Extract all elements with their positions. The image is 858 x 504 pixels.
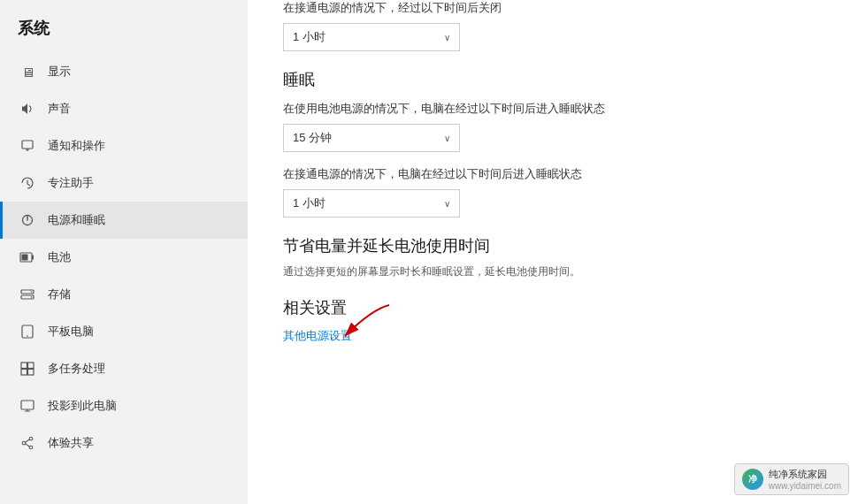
- tablet-icon: [18, 322, 37, 341]
- svg-rect-15: [21, 401, 34, 409]
- sleep-ac-select[interactable]: 1 小时 ∨: [283, 189, 460, 218]
- sidebar-item-power[interactable]: 电源和睡眠: [0, 202, 248, 239]
- sleep-battery-value: 15 分钟: [293, 130, 332, 146]
- save-battery-section: 节省电量并延长电池使用时间 通过选择更短的屏幕显示时长和睡眠设置，延长电池使用时…: [283, 235, 823, 279]
- sleep-ac-value: 1 小时: [293, 195, 326, 211]
- svg-point-7: [31, 291, 33, 293]
- svg-rect-0: [22, 141, 33, 149]
- watermark-line2: www.yidaimei.com: [769, 481, 841, 491]
- chevron-down-icon-2: ∨: [444, 134, 450, 143]
- sidebar-item-notifications[interactable]: 通知和操作: [0, 127, 248, 164]
- watermark-line1: 纯净系统家园: [769, 468, 841, 481]
- sleep-battery-label: 在使用电池电源的情况下，电脑在经过以下时间后进入睡眠状态: [283, 101, 823, 117]
- chevron-down-icon: ∨: [444, 33, 450, 42]
- sidebar-label-share: 体验共享: [48, 435, 94, 451]
- svg-point-16: [29, 437, 33, 440]
- sidebar-item-battery[interactable]: 电池: [0, 239, 248, 276]
- sidebar-label-multitask: 多任务处理: [48, 361, 105, 377]
- related-section: 相关设置 其他电源设置: [283, 297, 823, 344]
- svg-point-10: [27, 335, 28, 337]
- svg-point-17: [29, 446, 33, 449]
- sidebar-item-display[interactable]: 🖥 显示: [0, 53, 248, 90]
- sidebar-label-display: 显示: [48, 64, 71, 80]
- sidebar: 系统 🖥 显示 声音 通知和操作 专注助手: [0, 0, 248, 504]
- sidebar-label-power: 电源和睡眠: [48, 212, 105, 228]
- watermark: 净 纯净系统家园 www.yidaimei.com: [734, 463, 849, 495]
- display-icon: 🖥: [18, 62, 37, 81]
- sidebar-label-project: 投影到此电脑: [48, 398, 117, 414]
- sidebar-item-sound[interactable]: 声音: [0, 90, 248, 127]
- sidebar-label-storage: 存储: [48, 286, 71, 302]
- watermark-logo-text: 净: [748, 473, 757, 485]
- sidebar-item-multitask[interactable]: 多任务处理: [0, 350, 248, 387]
- share-icon: [18, 433, 37, 453]
- sound-icon: [18, 99, 37, 118]
- screen-off-ac-label: 在接通电源的情况下，经过以下时间后关闭: [283, 0, 823, 16]
- sidebar-label-focus: 专注助手: [48, 175, 94, 191]
- svg-rect-12: [28, 363, 34, 369]
- sidebar-item-share[interactable]: 体验共享: [0, 424, 248, 462]
- multitask-icon: [18, 359, 37, 378]
- screen-off-ac-section: 在接通电源的情况下，经过以下时间后关闭 1 小时 ∨: [283, 0, 823, 51]
- svg-point-8: [31, 296, 33, 298]
- screen-off-ac-select[interactable]: 1 小时 ∨: [283, 23, 460, 51]
- main-content: 在接通电源的情况下，经过以下时间后关闭 1 小时 ∨ 睡眠 在使用电池电源的情况…: [248, 0, 858, 504]
- focus-icon: [18, 173, 37, 193]
- sidebar-label-sound: 声音: [48, 101, 71, 117]
- project-icon: [18, 396, 37, 416]
- sidebar-item-project[interactable]: 投影到此电脑: [0, 387, 248, 424]
- svg-point-18: [22, 441, 26, 445]
- sleep-ac-label: 在接通电源的情况下，电脑在经过以下时间后进入睡眠状态: [283, 166, 823, 182]
- related-title: 相关设置: [283, 297, 823, 318]
- watermark-logo: 净: [742, 469, 763, 490]
- svg-rect-4: [22, 255, 28, 261]
- sidebar-item-tablet[interactable]: 平板电脑: [0, 313, 248, 350]
- other-power-settings-link[interactable]: 其他电源设置: [283, 329, 352, 342]
- battery-icon: [18, 248, 37, 267]
- watermark-text-container: 纯净系统家园 www.yidaimei.com: [769, 468, 841, 491]
- screen-off-ac-value: 1 小时: [293, 29, 326, 45]
- sleep-title: 睡眠: [283, 69, 823, 90]
- svg-rect-13: [21, 370, 27, 376]
- storage-icon: [18, 285, 37, 304]
- sleep-battery-select[interactable]: 15 分钟 ∨: [283, 124, 460, 152]
- chevron-down-icon-3: ∨: [444, 199, 450, 209]
- sidebar-item-focus[interactable]: 专注助手: [0, 164, 248, 202]
- sleep-section: 睡眠 在使用电池电源的情况下，电脑在经过以下时间后进入睡眠状态 15 分钟 ∨ …: [283, 69, 823, 218]
- save-battery-title: 节省电量并延长电池使用时间: [283, 235, 823, 256]
- sidebar-label-tablet: 平板电脑: [48, 324, 94, 340]
- sidebar-label-battery: 电池: [48, 249, 71, 265]
- svg-rect-3: [32, 256, 34, 260]
- svg-rect-11: [21, 363, 27, 369]
- save-battery-desc: 通过选择更短的屏幕显示时长和睡眠设置，延长电池使用时间。: [283, 263, 823, 279]
- power-icon: [18, 210, 37, 230]
- sidebar-label-notifications: 通知和操作: [48, 138, 105, 154]
- notifications-icon: [18, 136, 37, 156]
- svg-rect-14: [28, 370, 34, 376]
- sidebar-item-storage[interactable]: 存储: [0, 276, 248, 313]
- related-link-container: 其他电源设置: [283, 327, 352, 344]
- sidebar-title: 系统: [0, 9, 248, 53]
